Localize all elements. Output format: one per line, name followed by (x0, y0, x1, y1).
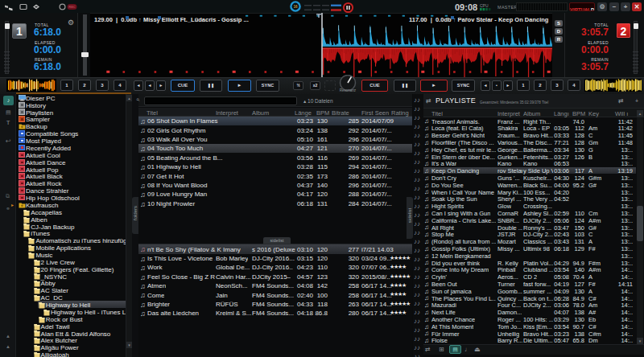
svg-text:REC: REC (68, 5, 76, 9)
svg-text:16: 16 (293, 5, 298, 9)
